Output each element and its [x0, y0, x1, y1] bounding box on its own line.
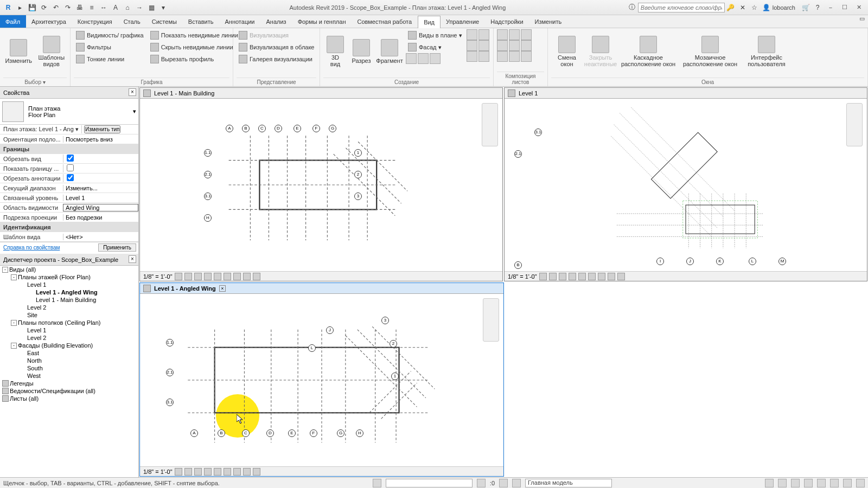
tree-item[interactable]: Level 2	[0, 334, 138, 342]
sb-ico3[interactable]	[499, 479, 508, 487]
sb-r6[interactable]	[830, 479, 839, 487]
tab-systems[interactable]: Системы	[146, 15, 183, 28]
tree-item[interactable]: Level 2	[0, 304, 138, 311]
search-input[interactable]	[638, 3, 725, 12]
close-button[interactable]: ✕	[852, 3, 866, 12]
plan-views-button[interactable]: Виды в плане ▾	[406, 29, 464, 41]
open-icon[interactable]: ▸	[15, 3, 25, 12]
sb-r7[interactable]	[843, 479, 852, 487]
ico-j[interactable]	[497, 29, 508, 40]
arrow-icon[interactable]: →	[135, 3, 144, 12]
ico-f[interactable]	[467, 40, 477, 51]
ico-b[interactable]	[418, 53, 429, 64]
edit-type-button[interactable]: Изменить тип	[84, 125, 120, 133]
prop-checkbox[interactable]	[67, 174, 74, 181]
switch-windows-button[interactable]: Смена окон	[551, 29, 583, 74]
tree-item[interactable]: -Виды (all)	[0, 266, 138, 273]
render-gallery-button[interactable]: Галерея визуализации	[237, 53, 317, 65]
vc9[interactable]	[253, 468, 260, 476]
help-icon[interactable]: ?	[813, 3, 822, 12]
vc1[interactable]	[175, 273, 182, 280]
ico-h[interactable]	[467, 51, 477, 62]
sync-icon[interactable]: ⟳	[39, 3, 49, 12]
ico-o[interactable]	[521, 40, 532, 51]
prop-row[interactable]: Обрезать вид	[0, 154, 138, 164]
scale-label[interactable]: 1/8" = 1'-0"	[143, 273, 173, 280]
ico-m[interactable]	[497, 40, 508, 51]
canvas-angled[interactable]: 1.1 2.1 3.1 A B C D E F G H L J 3 2 1	[140, 294, 503, 466]
tab-annot[interactable]: Аннотации	[220, 15, 261, 28]
vc7[interactable]	[598, 273, 605, 280]
callout-button[interactable]: Фрагмент	[375, 29, 404, 74]
prop-row[interactable]: Подрезка проекцииБез подрезки	[0, 213, 138, 222]
tab-analysis[interactable]: Анализ	[260, 15, 292, 28]
tab-steel[interactable]: Сталь	[118, 15, 146, 28]
tree-item[interactable]: Site	[0, 311, 138, 319]
expand-icon[interactable]: -	[2, 267, 8, 273]
expand-icon[interactable]: -	[11, 320, 17, 326]
sb-r8[interactable]	[856, 479, 865, 487]
star-icon[interactable]: ☆	[750, 3, 760, 12]
block-icon[interactable]: ▦	[146, 3, 156, 12]
tab-view[interactable]: Вид	[418, 16, 441, 28]
maximize-button[interactable]: ☐	[838, 3, 852, 12]
user-icon[interactable]: 👤	[762, 3, 771, 12]
ico-d[interactable]	[467, 29, 477, 40]
properties-type-selector[interactable]: План этажаFloor Plan ▾	[0, 99, 138, 125]
tree-item[interactable]: East	[0, 349, 138, 357]
cart-icon[interactable]: 🛒	[801, 3, 810, 12]
scale-label[interactable]: 1/8" = 1'-0"	[143, 468, 173, 475]
ico-p[interactable]	[497, 51, 508, 62]
vc3[interactable]	[194, 468, 202, 476]
prop-row[interactable]: Идентификация	[0, 222, 138, 232]
key-icon[interactable]: 🔑	[726, 3, 736, 12]
canvas-main[interactable]: A B C D E F G 1.1 2.1 3.1 H 1 2 3	[140, 99, 502, 271]
props-help-link[interactable]: Справка по свойствам	[0, 243, 63, 252]
prop-row[interactable]: Связанный уровеньLevel 1	[0, 193, 138, 203]
tab-file[interactable]: Файл	[0, 15, 26, 28]
sb-r5[interactable]	[817, 479, 826, 487]
3dview-button[interactable]: 3D вид	[323, 29, 347, 74]
canvas-level1[interactable]: 3.1 2.1 3 2 1 C D E F G H I J K L M B	[505, 99, 867, 271]
close-inactive-button[interactable]: Закрыть неактивные	[585, 29, 616, 74]
vc6[interactable]	[588, 273, 596, 280]
sb-r1[interactable]	[765, 479, 774, 487]
sb-ico1[interactable]	[373, 479, 381, 487]
prop-row[interactable]: Границы	[0, 144, 138, 154]
vc9[interactable]	[253, 273, 260, 280]
prop-checkbox[interactable]	[67, 164, 74, 171]
save-icon[interactable]: 💾	[27, 3, 37, 12]
tab-arch[interactable]: Архитектура	[26, 15, 72, 28]
vc7[interactable]	[233, 273, 241, 280]
tree-item[interactable]: Level 1 - Angled Wing	[0, 288, 138, 296]
tree-item[interactable]: North	[0, 357, 138, 364]
prop-row[interactable]: Секущий диапазонИзменить...	[0, 183, 138, 193]
tab-modify[interactable]: Изменить	[529, 15, 568, 28]
tree-item[interactable]: West	[0, 372, 138, 380]
cascade-button[interactable]: Каскадное расположение окон	[618, 29, 678, 74]
vc4[interactable]	[204, 468, 212, 476]
vc2[interactable]	[549, 273, 557, 280]
visibility-button[interactable]: Видимость/ графика	[74, 29, 146, 41]
sb-ico4[interactable]	[512, 479, 521, 487]
vc3[interactable]	[559, 273, 566, 280]
dim-icon[interactable]: ↔	[99, 3, 108, 12]
elevation-button[interactable]: Фасад ▾	[406, 41, 464, 53]
tree-item[interactable]: Ведомости/Спецификации (all)	[0, 387, 138, 395]
ico-r[interactable]	[521, 51, 532, 62]
tab-collab[interactable]: Совместная работа	[352, 15, 418, 28]
prop-row[interactable]: Шаблон вида<Нет>	[0, 232, 138, 242]
vc6[interactable]	[224, 273, 231, 280]
view-templates-button[interactable]: Шаблоны видов	[36, 29, 67, 74]
vc4[interactable]	[569, 273, 576, 280]
vc7[interactable]	[233, 468, 241, 476]
nav-cube[interactable]	[482, 103, 498, 146]
vc5[interactable]	[214, 273, 221, 280]
tree-item[interactable]: South	[0, 364, 138, 372]
cloud-render-button[interactable]: Визуализация в облаке	[237, 41, 317, 53]
prop-row[interactable]: Показать границу ...	[0, 164, 138, 174]
tree-item[interactable]: -Планы потолков (Ceiling Plan)	[0, 319, 138, 326]
prop-checkbox[interactable]	[67, 155, 74, 162]
prop-row[interactable]: Область видимостиAngled Wing	[0, 203, 138, 213]
tree-item[interactable]: Level 1	[0, 326, 138, 334]
